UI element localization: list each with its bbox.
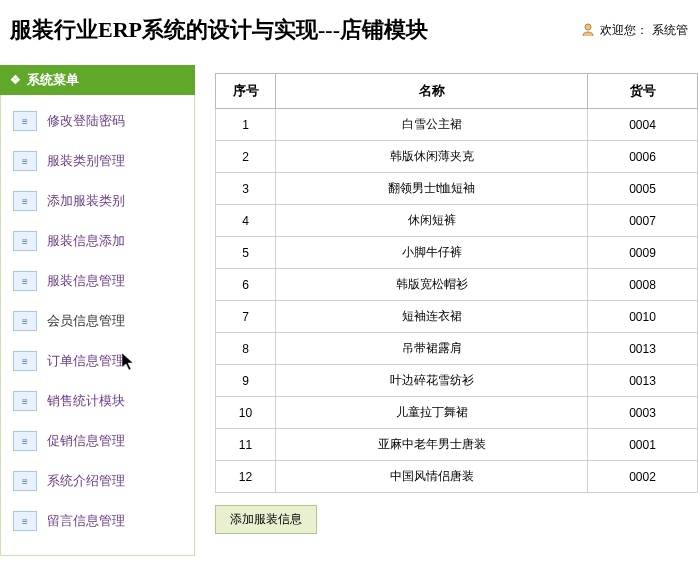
list-icon: ≡ — [13, 271, 37, 291]
cell-code: 0013 — [588, 333, 698, 365]
sidebar-item-order-manage[interactable]: ≡订单信息管理 — [9, 345, 186, 377]
sidebar-item-password[interactable]: ≡修改登陆密码 — [9, 105, 186, 137]
cell-index: 1 — [216, 109, 276, 141]
user-icon — [580, 22, 596, 38]
welcome-user: 系统管 — [652, 22, 688, 39]
col-index: 序号 — [216, 74, 276, 109]
sidebar-item-label: 促销信息管理 — [47, 432, 125, 450]
table-header-row: 序号 名称 货号 — [216, 74, 698, 109]
col-name: 名称 — [276, 74, 588, 109]
sidebar-item-clothing-add[interactable]: ≡服装信息添加 — [9, 225, 186, 257]
svg-point-0 — [585, 24, 591, 30]
sidebar-title: 系统菜单 — [27, 71, 79, 89]
sidebar: ❖ 系统菜单 ≡修改登陆密码 ≡服装类别管理 ≡添加服装类别 ≡服装信息添加 ≡… — [0, 65, 195, 556]
cell-code: 0005 — [588, 173, 698, 205]
table-row: 5 小脚牛仔裤 0009 — [216, 237, 698, 269]
sidebar-item-category-manage[interactable]: ≡服装类别管理 — [9, 145, 186, 177]
sidebar-item-label: 服装信息添加 — [47, 232, 125, 250]
table-row: 8 吊带裙露肩 0013 — [216, 333, 698, 365]
list-icon: ≡ — [13, 511, 37, 531]
sidebar-item-category-add[interactable]: ≡添加服装类别 — [9, 185, 186, 217]
sidebar-item-label: 订单信息管理 — [47, 352, 125, 370]
cell-name: 中国风情侣唐装 — [276, 461, 588, 493]
sidebar-item-promotion-manage[interactable]: ≡促销信息管理 — [9, 425, 186, 457]
cell-index: 6 — [216, 269, 276, 301]
sidebar-item-label: 系统介绍管理 — [47, 472, 125, 490]
table-row: 7 短袖连衣裙 0010 — [216, 301, 698, 333]
welcome-label: 欢迎您： — [600, 22, 648, 39]
list-icon: ≡ — [13, 351, 37, 371]
cell-index: 3 — [216, 173, 276, 205]
cell-code: 0008 — [588, 269, 698, 301]
cell-code: 0001 — [588, 429, 698, 461]
sidebar-item-label: 留言信息管理 — [47, 512, 125, 530]
table-row: 4 休闲短裤 0007 — [216, 205, 698, 237]
cell-index: 4 — [216, 205, 276, 237]
cell-code: 0010 — [588, 301, 698, 333]
sidebar-item-label: 修改登陆密码 — [47, 112, 125, 130]
table-row: 11 亚麻中老年男士唐装 0001 — [216, 429, 698, 461]
table-row: 12 中国风情侣唐装 0002 — [216, 461, 698, 493]
cell-index: 2 — [216, 141, 276, 173]
cell-name: 韩版宽松帽衫 — [276, 269, 588, 301]
main-content: 序号 名称 货号 1 白雪公主裙 0004 2 韩版休闲薄夹克 0006 3 翻… — [195, 65, 698, 556]
cell-index: 11 — [216, 429, 276, 461]
list-icon: ≡ — [13, 151, 37, 171]
sidebar-item-message-manage[interactable]: ≡留言信息管理 — [9, 505, 186, 537]
sidebar-item-label: 服装信息管理 — [47, 272, 125, 290]
welcome-area: 欢迎您： 系统管 — [580, 22, 688, 39]
table-row: 10 儿童拉丁舞裙 0003 — [216, 397, 698, 429]
list-icon: ≡ — [13, 191, 37, 211]
cell-code: 0006 — [588, 141, 698, 173]
col-code: 货号 — [588, 74, 698, 109]
sidebar-item-label: 添加服装类别 — [47, 192, 125, 210]
cell-name: 叶边碎花雪纺衫 — [276, 365, 588, 397]
table-row: 3 翻领男士t恤短袖 0005 — [216, 173, 698, 205]
cell-name: 亚麻中老年男士唐装 — [276, 429, 588, 461]
list-icon: ≡ — [13, 231, 37, 251]
cell-index: 10 — [216, 397, 276, 429]
table-row: 1 白雪公主裙 0004 — [216, 109, 698, 141]
add-clothing-button[interactable]: 添加服装信息 — [215, 505, 317, 534]
sidebar-item-label: 服装类别管理 — [47, 152, 125, 170]
cell-name: 韩版休闲薄夹克 — [276, 141, 588, 173]
cell-name: 休闲短裤 — [276, 205, 588, 237]
list-icon: ≡ — [13, 391, 37, 411]
list-icon: ≡ — [13, 471, 37, 491]
cell-code: 0002 — [588, 461, 698, 493]
sidebar-item-label: 会员信息管理 — [47, 312, 125, 330]
list-icon: ≡ — [13, 111, 37, 131]
cell-name: 吊带裙露肩 — [276, 333, 588, 365]
page-title: 服装行业ERP系统的设计与实现---店铺模块 — [10, 15, 428, 45]
cell-code: 0003 — [588, 397, 698, 429]
table-row: 2 韩版休闲薄夹克 0006 — [216, 141, 698, 173]
cell-index: 5 — [216, 237, 276, 269]
cell-index: 7 — [216, 301, 276, 333]
cell-name: 白雪公主裙 — [276, 109, 588, 141]
sidebar-item-sales-stats[interactable]: ≡销售统计模块 — [9, 385, 186, 417]
cell-code: 0007 — [588, 205, 698, 237]
sidebar-body: ≡修改登陆密码 ≡服装类别管理 ≡添加服装类别 ≡服装信息添加 ≡服装信息管理 … — [0, 95, 195, 556]
cell-name: 小脚牛仔裤 — [276, 237, 588, 269]
sidebar-item-system-intro[interactable]: ≡系统介绍管理 — [9, 465, 186, 497]
cell-code: 0013 — [588, 365, 698, 397]
sidebar-header: ❖ 系统菜单 — [0, 65, 195, 95]
sidebar-item-member-manage[interactable]: ≡会员信息管理 — [9, 305, 186, 337]
list-icon: ≡ — [13, 431, 37, 451]
cell-name: 翻领男士t恤短袖 — [276, 173, 588, 205]
list-icon: ≡ — [13, 311, 37, 331]
cell-index: 12 — [216, 461, 276, 493]
cell-name: 短袖连衣裙 — [276, 301, 588, 333]
sidebar-item-label: 销售统计模块 — [47, 392, 125, 410]
menu-collapse-icon: ❖ — [10, 73, 21, 87]
table-row: 6 韩版宽松帽衫 0008 — [216, 269, 698, 301]
cell-code: 0009 — [588, 237, 698, 269]
cell-code: 0004 — [588, 109, 698, 141]
sidebar-item-clothing-manage[interactable]: ≡服装信息管理 — [9, 265, 186, 297]
clothing-table: 序号 名称 货号 1 白雪公主裙 0004 2 韩版休闲薄夹克 0006 3 翻… — [215, 73, 698, 493]
cell-index: 9 — [216, 365, 276, 397]
cell-name: 儿童拉丁舞裙 — [276, 397, 588, 429]
cell-index: 8 — [216, 333, 276, 365]
table-row: 9 叶边碎花雪纺衫 0013 — [216, 365, 698, 397]
